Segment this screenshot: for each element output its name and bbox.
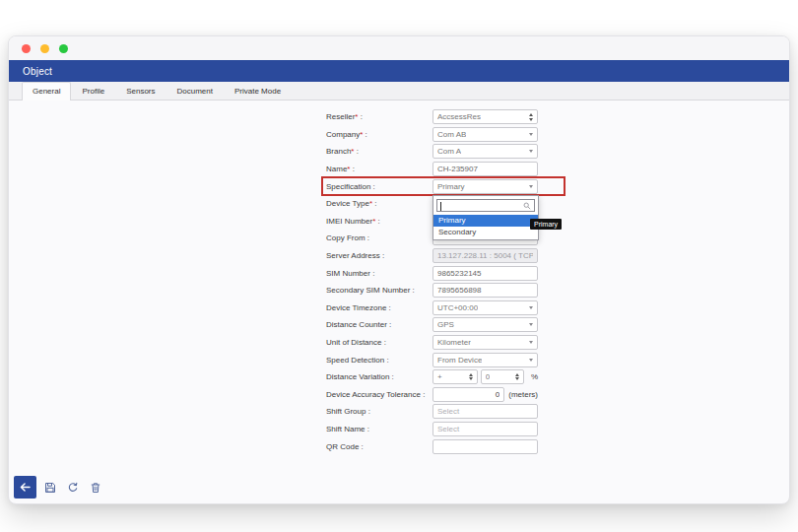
- field-label: QR Code :: [326, 442, 432, 451]
- field-label: Reseller* :: [326, 112, 432, 121]
- field-label: Distance Counter :: [326, 320, 432, 329]
- dropdown-search-input[interactable]: [440, 200, 523, 211]
- company-select[interactable]: Com AB: [432, 127, 538, 142]
- field-row-name: Name* :: [326, 161, 559, 178]
- specification-dropdown-panel: Primary Secondary: [432, 195, 539, 240]
- zoom-window-button[interactable]: [59, 44, 68, 53]
- chevron-down-icon: [529, 359, 533, 362]
- branch-select[interactable]: Com A: [432, 144, 538, 159]
- field-label: Company* :: [326, 130, 432, 139]
- minimize-window-button[interactable]: [40, 44, 49, 53]
- tab-general[interactable]: General: [22, 82, 71, 100]
- secondary-sim-number-input[interactable]: [432, 283, 538, 298]
- field-row-specification: Specification : Primary: [326, 177, 559, 195]
- object-form: Reseller* : AccsessRes Company* : Com AB…: [326, 108, 559, 455]
- unit-of-distance-select[interactable]: Kilometer: [432, 335, 538, 350]
- field-label: Shift Group :: [326, 407, 432, 416]
- name-input[interactable]: [432, 162, 538, 176]
- field-label: Speed Detection :: [326, 356, 432, 365]
- specification-select[interactable]: Primary: [432, 179, 538, 194]
- hover-tooltip: Primary: [530, 219, 562, 230]
- field-row-branch: Branch* : Com A: [326, 143, 559, 161]
- save-button[interactable]: [41, 479, 59, 497]
- field-label: Name* :: [326, 165, 432, 173]
- variation-sign-select[interactable]: +: [432, 369, 478, 384]
- chevron-down-icon: [529, 306, 533, 309]
- reseller-select[interactable]: AccsessRes: [432, 109, 538, 124]
- meters-suffix: (meters): [508, 390, 538, 399]
- tab-profile[interactable]: Profile: [71, 82, 115, 100]
- reset-button[interactable]: [64, 479, 82, 497]
- number-stepper-icon: [515, 373, 519, 381]
- field-row-company: Company* : Com AB: [326, 126, 559, 144]
- server-address-input: [432, 248, 538, 263]
- field-row-reseller: Reseller* : AccsessRes: [326, 108, 559, 126]
- field-label: Secondary SIM Number :: [326, 286, 432, 295]
- dropdown-search-box: [436, 199, 535, 212]
- field-label: SIM Number :: [326, 269, 432, 278]
- field-label: Shift Name :: [326, 425, 432, 433]
- page-title-bar: Object: [9, 60, 789, 82]
- select-stepper-icon: [529, 113, 533, 121]
- field-row-distance-counter: Distance Counter : GPS: [326, 316, 559, 334]
- search-icon: [523, 202, 531, 210]
- save-icon: [44, 482, 56, 494]
- tab-bar: General Profile Sensors Document Private…: [9, 82, 789, 100]
- field-row-unit-of-distance: Unit of Distance : Kilometer: [326, 334, 559, 352]
- field-row-speed-detection: Speed Detection : From Device: [326, 351, 559, 368]
- qr-code-input[interactable]: [432, 439, 538, 454]
- chevron-down-icon: [529, 150, 533, 153]
- field-label: Specification :: [326, 182, 432, 191]
- field-row-device-timezone: Device Timezone : UTC+00:00: [326, 299, 559, 317]
- percent-suffix: %: [531, 372, 538, 381]
- field-row-shift-group: Shift Group :: [326, 403, 559, 421]
- field-row-shift-name: Shift Name :: [326, 421, 559, 438]
- variation-value-stepper[interactable]: 0: [481, 369, 524, 384]
- dropdown-option-primary[interactable]: Primary: [433, 215, 538, 227]
- back-button[interactable]: [14, 476, 36, 499]
- page-title: Object: [23, 66, 52, 77]
- chevron-down-icon: [529, 185, 533, 188]
- field-label: Server Address :: [326, 251, 432, 260]
- field-row-device-accuracy-tolerance: Device Accuracy Tolerance : (meters): [326, 386, 559, 404]
- field-row-secondary-sim-number: Secondary SIM Number :: [326, 282, 559, 299]
- field-label: Unit of Distance :: [326, 338, 432, 347]
- form-content: Reseller* : AccsessRes Company* : Com AB…: [9, 100, 789, 504]
- tab-private-mode[interactable]: Private Mode: [224, 82, 292, 100]
- device-timezone-select[interactable]: UTC+00:00: [432, 300, 538, 315]
- text-caret: [440, 202, 441, 211]
- dropdown-option-secondary[interactable]: Secondary: [433, 227, 538, 238]
- tab-sensors[interactable]: Sensors: [115, 82, 166, 100]
- chevron-down-icon: [529, 323, 533, 326]
- sim-number-input[interactable]: [432, 266, 538, 281]
- shift-name-input[interactable]: [432, 422, 538, 436]
- chevron-down-icon: [529, 341, 533, 344]
- trash-icon: [90, 482, 101, 494]
- window-titlebar: [9, 36, 789, 60]
- tab-document[interactable]: Document: [166, 82, 224, 100]
- field-label: Device Timezone :: [326, 303, 432, 312]
- object-window: Object General Profile Sensors Document …: [8, 35, 790, 504]
- arrow-left-icon: [19, 481, 32, 494]
- field-label: Branch* :: [326, 147, 432, 156]
- field-label: Device Accuracy Tolerance :: [326, 390, 432, 399]
- field-row-server-address: Server Address :: [326, 247, 559, 265]
- field-row-qr-code: QR Code :: [326, 437, 559, 455]
- device-accuracy-tolerance-input[interactable]: [432, 387, 504, 402]
- refresh-icon: [67, 482, 79, 494]
- field-label: Copy From :: [326, 233, 432, 242]
- field-row-sim-number: SIM Number :: [326, 264, 559, 282]
- field-label: Device Type* :: [326, 199, 432, 208]
- delete-button[interactable]: [87, 479, 104, 497]
- close-window-button[interactable]: [22, 44, 31, 53]
- speed-detection-select[interactable]: From Device: [432, 353, 538, 367]
- shift-group-input[interactable]: [432, 404, 538, 419]
- bottom-toolbar: [14, 476, 104, 499]
- field-label: IMEI Number* :: [326, 217, 432, 226]
- distance-counter-select[interactable]: GPS: [432, 317, 538, 332]
- field-label: Distance Variation :: [326, 372, 432, 381]
- field-row-distance-variation: Distance Variation : + 0 %: [326, 368, 559, 386]
- chevron-down-icon: [529, 133, 533, 136]
- select-stepper-icon: [469, 373, 473, 381]
